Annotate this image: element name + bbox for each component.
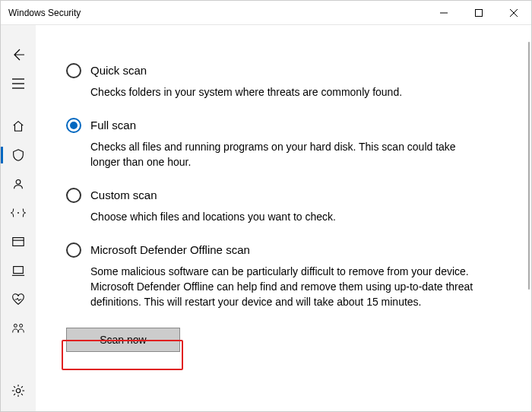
radio-full-scan[interactable] [66, 118, 81, 133]
sidebar-item-virus-protection[interactable] [1, 141, 36, 170]
svg-line-22 [21, 386, 23, 388]
back-button[interactable] [1, 40, 36, 69]
firewall-icon [11, 206, 26, 220]
svg-line-21 [21, 394, 23, 395]
back-arrow-icon [11, 47, 26, 62]
option-offline-scan: Microsoft Defender Offline scan Some mal… [66, 242, 492, 309]
scan-now-button[interactable]: Scan now [66, 328, 180, 352]
option-description: Some malicious software can be particula… [90, 264, 484, 309]
sidebar-item-device-performance[interactable] [1, 285, 36, 314]
device-icon [11, 264, 25, 277]
sidebar-item-account[interactable] [1, 170, 36, 198]
sidebar-item-device-security[interactable] [1, 256, 36, 285]
option-quick-scan: Quick scan Checks folders in your system… [66, 63, 492, 100]
scan-now-label: Scan now [100, 334, 146, 346]
sidebar [1, 25, 36, 411]
window-title: Windows Security [8, 8, 81, 18]
content-panel: Quick scan Checks folders in your system… [36, 25, 531, 411]
sidebar-item-home[interactable] [1, 112, 36, 141]
sidebar-item-family[interactable] [1, 314, 36, 343]
maximize-icon [475, 9, 483, 17]
home-icon [11, 119, 25, 133]
window-close-button[interactable] [496, 1, 531, 25]
window-maximize-button[interactable] [461, 1, 496, 25]
close-icon [510, 9, 518, 17]
option-description: Choose which files and locations you wan… [90, 209, 336, 224]
app-browser-icon [11, 235, 25, 249]
option-label: Custom scan [90, 188, 336, 203]
option-description: Checks folders in your system where thre… [90, 84, 402, 100]
hamburger-icon [12, 78, 24, 89]
svg-rect-1 [476, 9, 483, 16]
svg-rect-11 [14, 267, 24, 274]
sidebar-item-settings[interactable] [1, 376, 36, 405]
svg-point-14 [20, 324, 23, 327]
svg-line-20 [14, 386, 15, 388]
option-label: Quick scan [90, 63, 402, 78]
shield-icon [11, 148, 25, 162]
window-controls [426, 1, 531, 25]
option-custom-scan: Custom scan Choose which files and locat… [66, 188, 492, 224]
family-icon [11, 322, 26, 335]
sidebar-item-app-browser[interactable] [1, 227, 36, 256]
window-minimize-button[interactable] [426, 1, 461, 25]
option-description: Checks all files and running programs on… [90, 139, 484, 170]
option-label: Full scan [90, 118, 484, 133]
svg-point-15 [16, 388, 20, 392]
heart-icon [11, 293, 25, 306]
svg-point-13 [14, 324, 17, 327]
titlebar: Windows Security [1, 1, 531, 25]
radio-custom-scan[interactable] [66, 188, 81, 203]
option-label: Microsoft Defender Offline scan [90, 242, 484, 258]
gear-icon [11, 384, 25, 398]
sidebar-item-firewall[interactable] [1, 198, 36, 227]
scrollbar[interactable] [528, 42, 530, 290]
person-icon [11, 177, 25, 191]
menu-button[interactable] [1, 69, 36, 98]
svg-point-7 [16, 179, 21, 184]
radio-offline-scan[interactable] [66, 242, 81, 258]
workspace: Quick scan Checks folders in your system… [1, 25, 531, 411]
option-full-scan: Full scan Checks all files and running p… [66, 118, 492, 170]
minimize-icon [440, 9, 448, 17]
svg-point-8 [17, 212, 19, 214]
radio-quick-scan[interactable] [66, 63, 81, 78]
svg-line-23 [14, 394, 15, 395]
svg-rect-9 [13, 238, 24, 246]
